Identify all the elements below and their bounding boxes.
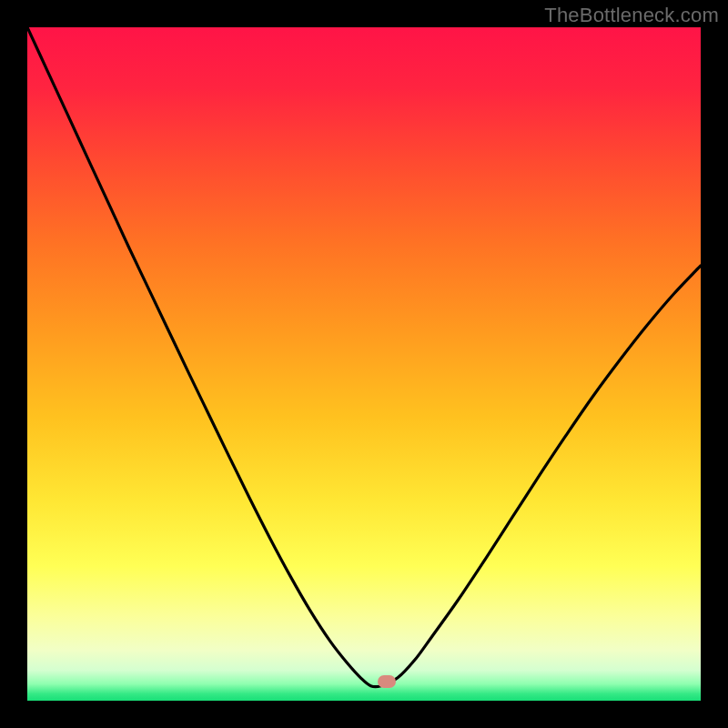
chart-frame: TheBottleneck.com [0,0,728,728]
curve-layer [27,27,701,701]
bottleneck-curve [27,27,701,687]
optimal-marker [378,675,396,688]
watermark-text: TheBottleneck.com [544,4,719,27]
